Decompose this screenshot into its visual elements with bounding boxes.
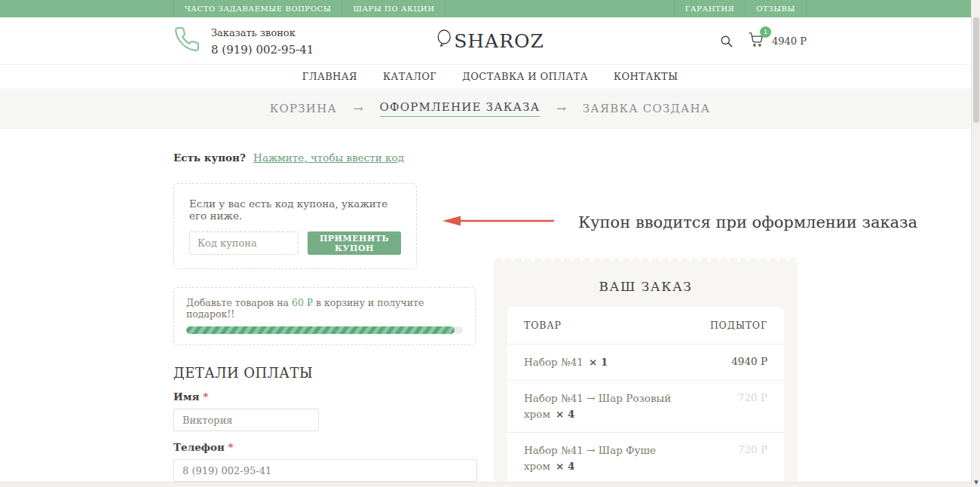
order-row: Набор №41× 1 4940 Р: [507, 345, 784, 381]
item-quantity: × 1: [589, 356, 608, 368]
order-row: Набор №41 → Шар Фуше хром× 4 720 Р: [507, 433, 784, 485]
coupon-code-input[interactable]: [189, 231, 299, 255]
gift-amount: 60 ₽: [292, 297, 313, 308]
cart-count-badge: 1: [760, 26, 771, 38]
item-price: 720 Р: [738, 443, 767, 474]
step-order-created: ЗАЯВКА СОЗДАНА: [583, 102, 711, 115]
order-row: Набор №41 → Шар Розовый хром× 4 720 Р: [507, 381, 784, 433]
nav-item-contacts[interactable]: КОНТАКТЫ: [614, 71, 678, 82]
required-asterisk: *: [203, 391, 208, 403]
scrollbar-down-arrow-icon[interactable]: ▼: [972, 479, 980, 485]
name-input[interactable]: [173, 409, 319, 431]
logo-text: SHAROZ: [454, 30, 544, 52]
order-summary-title: ВАШ ЗАКАЗ: [494, 262, 798, 294]
gift-progress-track: [186, 326, 463, 334]
coupon-toggle-link[interactable]: Нажмите, чтобы ввести код: [253, 152, 404, 164]
order-table: ТОВАР ПОДЫТОГ Набор №41× 1 4940 Р Набор …: [507, 307, 784, 487]
cart-total: 4940 Р: [772, 35, 807, 47]
scalloped-edge: [494, 256, 798, 262]
nav-item-delivery[interactable]: ДОСТАВКА И ОПЛАТА: [462, 71, 588, 82]
balloon-logo-icon: [436, 29, 452, 53]
topbar-left-links: ЧАСТО ЗАДАВАЕМЫЕ ВОПРОСЫ ШАРЫ ПО АКЦИИ: [173, 0, 446, 17]
cart-icon: [749, 35, 764, 50]
order-table-header: ТОВАР ПОДЫТОГ: [507, 307, 784, 345]
item-price: 4940 Р: [731, 354, 767, 370]
step-arrow-icon: →: [354, 102, 363, 115]
call-request-label: Заказать звонок: [211, 27, 296, 38]
gift-text-before: Добавьте товаров на: [186, 297, 289, 308]
required-asterisk: *: [228, 441, 234, 453]
header: Заказать звонок 8 (919) 002-95-41 SHAROZ: [0, 17, 980, 64]
checkout-main: Есть купон? Нажмите, чтобы ввести код Ес…: [173, 129, 798, 487]
scrollbar-thumb[interactable]: [973, 17, 979, 123]
header-phone-number: 8 (919) 002-95-41: [211, 43, 314, 57]
coupon-hint: Если у вас есть код купона, укажите его …: [189, 198, 401, 222]
topbar-right-links: ГАРАНТИЯ ОТЗЫВЫ: [674, 0, 807, 17]
coupon-form: Если у вас есть код купона, укажите его …: [173, 183, 417, 269]
logo[interactable]: SHAROZ: [436, 29, 544, 53]
item-price: 720 Р: [738, 391, 767, 422]
order-summary-panel: ВАШ ЗАКАЗ ТОВАР ПОДЫТОГ Набор №41× 1 494…: [494, 262, 798, 487]
step-arrow-icon: →: [556, 102, 566, 115]
step-cart[interactable]: КОРЗИНА: [270, 102, 337, 115]
checkout-steps: КОРЗИНА → ОФОРМЛЕНИЕ ЗАКАЗА → ЗАЯВКА СОЗ…: [0, 88, 980, 129]
coupon-question: Есть купон?: [173, 152, 246, 164]
item-quantity: × 4: [556, 408, 574, 420]
item-quantity: × 4: [556, 460, 574, 472]
column-subtotal: ПОДЫТОГ: [710, 320, 767, 331]
topbar-link-faq[interactable]: ЧАСТО ЗАДАВАЕМЫЕ ВОПРОСЫ: [173, 0, 341, 17]
cart-button[interactable]: 1 4940 Р: [749, 32, 807, 50]
phone-input[interactable]: [173, 459, 477, 482]
call-request-block[interactable]: Заказать звонок 8 (919) 002-95-41: [173, 23, 314, 59]
nav-item-home[interactable]: ГЛАВНАЯ: [302, 71, 357, 82]
vertical-scrollbar[interactable]: ▼: [971, 0, 980, 487]
gift-progress-banner: Добавьте товаров на 60 ₽ в корзину и пол…: [173, 287, 476, 345]
topbar-link-sale-balloons[interactable]: ШАРЫ ПО АКЦИИ: [341, 0, 446, 17]
horizontal-scrollbar[interactable]: [0, 482, 971, 487]
apply-coupon-button[interactable]: ПРИМЕНИТЬ КУПОН: [308, 231, 401, 255]
column-product: ТОВАР: [524, 320, 562, 331]
step-checkout[interactable]: ОФОРМЛЕНИЕ ЗАКАЗА: [380, 100, 541, 117]
phone-icon: [173, 26, 201, 56]
topbar-link-warranty[interactable]: ГАРАНТИЯ: [674, 0, 745, 17]
topbar-link-reviews[interactable]: ОТЗЫВЫ: [745, 0, 807, 17]
main-nav: ГЛАВНАЯ КАТАЛОГ ДОСТАВКА И ОПЛАТА КОНТАК…: [0, 64, 980, 88]
nav-item-catalog[interactable]: КАТАЛОГ: [383, 71, 436, 82]
gift-progress-fill: [186, 326, 455, 334]
search-icon[interactable]: [719, 34, 733, 48]
topbar: ЧАСТО ЗАДАВАЕМЫЕ ВОПРОСЫ ШАРЫ ПО АКЦИИ Г…: [0, 0, 980, 17]
